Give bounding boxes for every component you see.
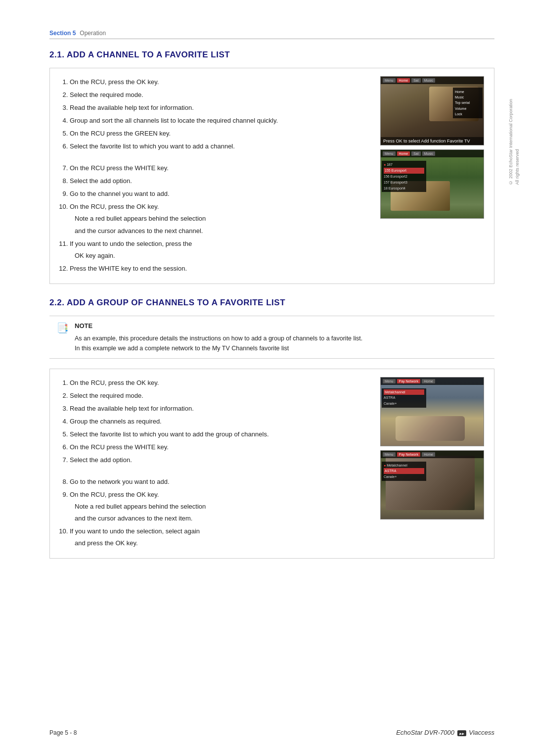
list-item: On the RCU, press the OK key.	[70, 377, 363, 389]
tv-list-item: 18 Eurosport4	[384, 186, 424, 191]
tv-side-item: Music	[455, 94, 481, 100]
list-item: On the RCU, press the OK key.	[70, 76, 363, 88]
tv-ui-3: Menu Pay Network Home	[381, 378, 484, 385]
footer: Page 5 - 8 EchoStar DVR-7000 Viaccess	[49, 729, 494, 736]
list-item: On the RCU press the WHITE key.	[70, 441, 363, 453]
tv-side-item: Volume	[455, 106, 481, 111]
section-21-list-part1: On the RCU, press the OK key. Select the…	[60, 76, 363, 152]
list-item: On the RCU press the GREEN key.	[70, 128, 363, 140]
list-item: Go to the network you want to add.	[70, 476, 363, 488]
section-header: Section 5 Operation	[49, 30, 494, 39]
tv-tab: Pay Network	[397, 379, 421, 383]
tv-tab: Menu	[383, 151, 396, 156]
screen-image-4: Menu Pay Network Home ● Metalchannel AST…	[380, 450, 484, 520]
section-22-steps-col: On the RCU, press the OK key. Select the…	[60, 377, 363, 551]
tv-tab: Home	[397, 78, 410, 83]
tv-list-item: ● 187	[384, 162, 424, 168]
tv-list-item: ● Metalchannel	[384, 463, 424, 469]
tv-ui-1: Menu Home Sat Music	[381, 77, 484, 84]
list-item: Select the required mode.	[70, 390, 363, 402]
tv-tab: Pay Network	[397, 452, 421, 457]
list-item: Select the add option.	[70, 454, 363, 466]
tv-tab: Menu	[383, 379, 396, 383]
tv-ui-2: Menu Home Sat Music	[381, 150, 484, 157]
tv-tab: Menu	[383, 452, 396, 457]
tv-list-item: 157 Eurosport3	[384, 180, 424, 186]
tv-list-item: Canale+	[384, 401, 424, 407]
screen-image-1: Menu Home Sat Music Home Music Top seria…	[380, 76, 484, 145]
tv-tab: Home	[422, 452, 435, 457]
tv-ui-4: Menu Pay Network Home	[381, 451, 484, 458]
list-item: If you want to undo the selection, selec…	[70, 525, 363, 549]
section-label: Section 5	[49, 30, 76, 37]
tv-side-item: Lock	[455, 111, 481, 117]
section-21-steps-col1: On the RCU, press the OK key. Select the…	[60, 76, 363, 276]
list-item: Select the required mode.	[70, 89, 363, 101]
copyright-line1: © 2002 EchoStar International Corporatio…	[508, 99, 513, 185]
note-title: NOTE	[75, 321, 362, 331]
list-item: Group and sort the all channels list to …	[70, 115, 363, 127]
screen-image-2: Menu Home Sat Music ● 187 155 Eurosport …	[380, 149, 484, 219]
tv-side-panel-1: Home Music Top serial Volume Lock	[453, 88, 483, 118]
section-title: Operation	[80, 30, 106, 37]
tv-tab: Home	[397, 151, 410, 156]
tv-list-item: Canale+	[384, 474, 424, 480]
tv-channel-list-2: Metalchannel ASTRA Canale+	[382, 388, 426, 408]
tv-list-item: Metalchannel	[384, 389, 424, 395]
note-icon: 📑	[56, 322, 69, 334]
logo-icon	[457, 730, 466, 736]
tv-channel-list-3: ● Metalchannel ASTRA Canale+	[382, 462, 426, 481]
tv-tab: Sat	[411, 78, 421, 83]
tv-tab: Home	[422, 379, 435, 383]
tv-list-item: ASTRA	[384, 395, 424, 401]
list-item: On the RCU press the WHITE key.	[70, 162, 363, 174]
tv-tab: Sat	[411, 151, 421, 156]
tv-tab: Music	[422, 78, 435, 83]
section-22-list-part2: Go to the network you want to add. On th…	[60, 476, 363, 549]
copyright-line2: All rights reserved	[514, 149, 519, 185]
list-item: Select the favorite list to which you wa…	[70, 428, 363, 440]
list-item: On the RCU, press the OK key.Note a red …	[70, 489, 363, 524]
list-item: Press the WHITE key to end the session.	[70, 263, 363, 275]
list-item: Select the add option.	[70, 175, 363, 187]
note-text: As an example, this procedure details th…	[75, 333, 362, 353]
list-item: On the RCU, press the OK key.Note a red …	[70, 201, 363, 236]
tv-list-item: ASTRA	[384, 468, 424, 474]
section-22-images: Menu Pay Network Home Metalchannel ASTRA…	[375, 377, 484, 551]
section-21-list-part2: On the RCU press the WHITE key. Select t…	[60, 162, 363, 274]
list-item: Read the available help text for informa…	[70, 102, 363, 114]
image-caption-1: Press OK to select Add function Favorite…	[381, 137, 484, 145]
tv-side-item: Home	[455, 89, 481, 94]
section-22-list-part1: On the RCU, press the OK key. Select the…	[60, 377, 363, 466]
footer-brand: EchoStar DVR-7000 Viaccess	[396, 729, 494, 736]
list-item: Read the available help text for informa…	[70, 403, 363, 415]
list-item: If you want to undo the selection, press…	[70, 238, 363, 262]
copyright-sidebar: © 2002 EchoStar International Corporatio…	[508, 99, 520, 185]
tv-side-item: Top serial	[455, 100, 481, 105]
section-22-box: On the RCU, press the OK key. Select the…	[49, 369, 494, 559]
tv-channel-list-1: ● 187 155 Eurosport 156 Eurosport2 157 E…	[382, 161, 426, 192]
tv-list-item: 155 Eurosport	[384, 168, 424, 174]
tv-tab: Music	[422, 151, 435, 156]
list-item: Go to the channel you want to add.	[70, 188, 363, 200]
section-21-box: On the RCU, press the OK key. Select the…	[49, 68, 494, 284]
list-item: Group the channels as required.	[70, 416, 363, 427]
tv-tab: Menu	[383, 78, 396, 83]
note-content: NOTE As an example, this procedure detai…	[75, 321, 362, 353]
section-21-images: Menu Home Sat Music Home Music Top seria…	[375, 76, 484, 276]
tv-list-item: 156 Eurosport2	[384, 174, 424, 180]
section-22-heading: 2.2. ADD A GROUP OF CHANNELS TO A FAVORI…	[49, 298, 494, 308]
screen-image-3: Menu Pay Network Home Metalchannel ASTRA…	[380, 377, 484, 446]
note-box: 📑 NOTE As an example, this procedure det…	[49, 316, 494, 359]
list-item: Select the favorite list to which you wa…	[70, 141, 363, 152]
section-21-heading: 2.1. ADD A CHANNEL TO A FAVORITE LIST	[49, 50, 494, 60]
page-number: Page 5 - 8	[49, 729, 77, 736]
